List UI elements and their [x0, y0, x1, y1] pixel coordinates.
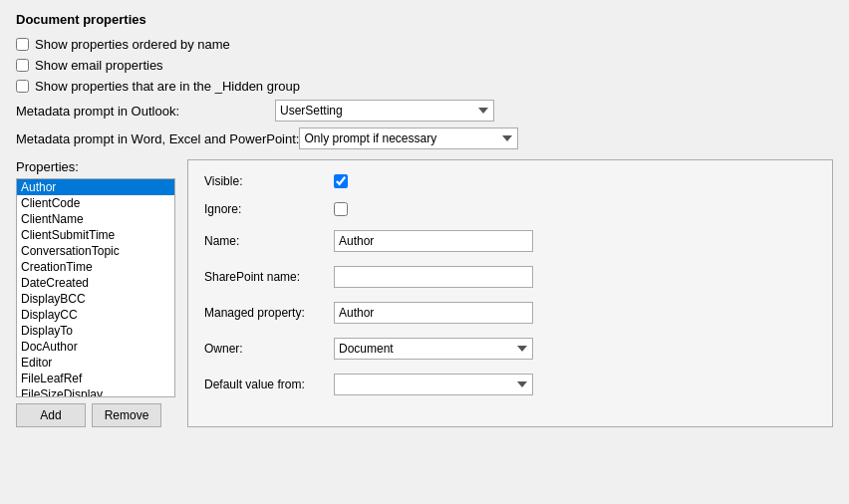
default-label: Default value from:: [204, 378, 334, 391]
metadata-word-row: Metadata prompt in Word, Excel and Power…: [16, 127, 833, 149]
owner-row: Owner: Document User System: [204, 338, 816, 360]
list-item[interactable]: Author: [17, 179, 174, 195]
list-item[interactable]: Editor: [17, 355, 174, 371]
properties-list-container: Properties: Author ClientCode ClientName…: [16, 159, 175, 427]
list-item[interactable]: DateCreated: [17, 275, 174, 291]
show-ordered-label: Show properties ordered by name: [35, 37, 230, 52]
metadata-outlook-row: Metadata prompt in Outlook: UserSetting …: [16, 100, 833, 122]
metadata-outlook-label: Metadata prompt in Outlook:: [16, 104, 275, 119]
name-label: Name:: [204, 234, 334, 248]
properties-section: Properties: Author ClientCode ClientName…: [16, 159, 833, 427]
list-item[interactable]: DisplayTo: [17, 323, 174, 339]
sharepoint-input[interactable]: [334, 266, 533, 288]
list-item[interactable]: DocAuthor: [17, 339, 174, 355]
ignore-label: Ignore:: [204, 202, 334, 216]
list-item[interactable]: DisplayBCC: [17, 291, 174, 307]
show-ordered-checkbox[interactable]: [16, 38, 29, 51]
name-row: Name:: [204, 230, 816, 252]
list-buttons: Add Remove: [16, 403, 175, 427]
list-item[interactable]: FileLeafRef: [17, 371, 174, 386]
metadata-word-label: Metadata prompt in Word, Excel and Power…: [16, 131, 299, 146]
default-select[interactable]: [334, 374, 533, 395]
document-properties-panel: Document properties Show properties orde…: [0, 0, 849, 439]
ignore-row: Ignore:: [204, 202, 816, 216]
list-item[interactable]: ClientCode: [17, 195, 174, 211]
list-item[interactable]: FileSizeDisplay: [17, 386, 174, 397]
list-item[interactable]: ClientSubmitTime: [17, 227, 174, 243]
list-item[interactable]: DisplayCC: [17, 307, 174, 323]
properties-label: Properties:: [16, 159, 175, 174]
sharepoint-row: SharePoint name:: [204, 266, 816, 288]
show-hidden-checkbox[interactable]: [16, 80, 29, 93]
metadata-outlook-select[interactable]: UserSetting Always Never: [275, 100, 494, 122]
list-scroll-wrapper: Author ClientCode ClientName ClientSubmi…: [16, 178, 175, 397]
checkbox-row-3: Show properties that are in the _Hidden …: [16, 79, 833, 94]
default-row: Default value from:: [204, 374, 816, 395]
checkbox-row-2: Show email properties: [16, 58, 833, 73]
list-item[interactable]: CreationTime: [17, 259, 174, 275]
detail-panel: Visible: Ignore: Name: SharePoint name: …: [187, 159, 833, 427]
managed-row: Managed property:: [204, 302, 816, 324]
show-hidden-label: Show properties that are in the _Hidden …: [35, 79, 300, 94]
list-item[interactable]: ConversationTopic: [17, 243, 174, 259]
remove-button[interactable]: Remove: [92, 403, 161, 427]
panel-title: Document properties: [16, 12, 833, 27]
list-item[interactable]: ClientName: [17, 211, 174, 227]
visible-row: Visible:: [204, 174, 816, 188]
name-input[interactable]: [334, 230, 533, 252]
visible-checkbox[interactable]: [334, 174, 348, 188]
owner-label: Owner:: [204, 342, 334, 356]
checkbox-row-1: Show properties ordered by name: [16, 37, 833, 52]
metadata-word-select[interactable]: Only prompt if necessary Always Never: [299, 127, 518, 149]
ignore-checkbox[interactable]: [334, 202, 348, 216]
sharepoint-label: SharePoint name:: [204, 270, 334, 284]
add-button[interactable]: Add: [16, 403, 86, 427]
visible-label: Visible:: [204, 174, 334, 188]
owner-select[interactable]: Document User System: [334, 338, 533, 360]
show-email-label: Show email properties: [35, 58, 163, 73]
show-email-checkbox[interactable]: [16, 59, 29, 72]
managed-input[interactable]: [334, 302, 533, 324]
properties-list[interactable]: Author ClientCode ClientName ClientSubmi…: [16, 178, 175, 397]
managed-label: Managed property:: [204, 306, 334, 320]
